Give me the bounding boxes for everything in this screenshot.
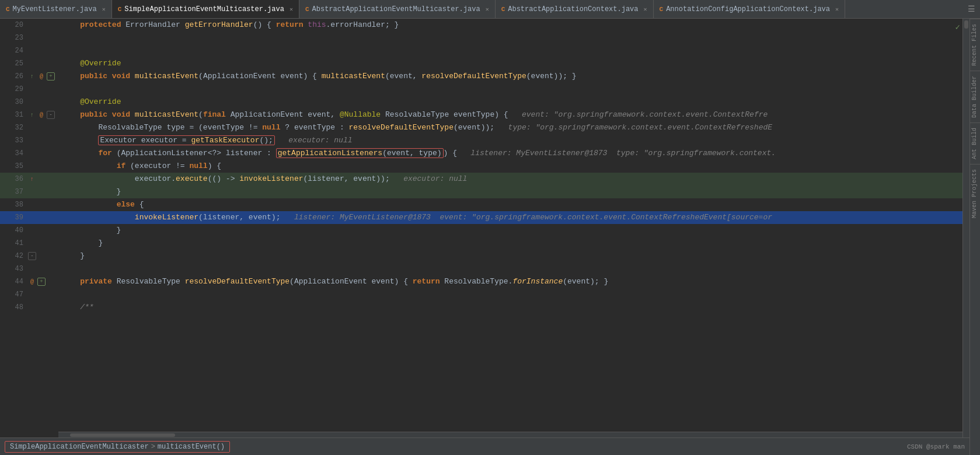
line-icons-36: ↑ xyxy=(28,175,58,183)
code-line-36: 36 ↑ executor.execute(() -> invokeListen… xyxy=(0,173,969,186)
code-line-38: 38 else { xyxy=(0,198,969,211)
line-num-41: 41 xyxy=(0,239,28,247)
line-icons-44: @ + xyxy=(28,278,58,286)
collapse-42[interactable]: - xyxy=(28,252,36,260)
breadcrumb-sep: > xyxy=(151,443,155,451)
tab-close-3[interactable]: ✕ xyxy=(486,6,489,13)
code-text-23 xyxy=(58,32,969,44)
line-num-36: 36 xyxy=(0,175,28,183)
breadcrumb: SimpleApplicationEventMulticaster > mult… xyxy=(5,441,230,453)
right-side-labels: Recent Files Data Builder Ant Build Mave… xyxy=(969,19,980,455)
code-text-38: else { xyxy=(58,198,969,211)
collapse-31[interactable]: - xyxy=(47,111,55,119)
tab-close-4[interactable]: ✕ xyxy=(644,6,647,13)
status-right: CSDN @spark man xyxy=(907,443,965,450)
tab-abstractapplicationevent[interactable]: C AbstractApplicationEventMulticaster.ja… xyxy=(299,0,496,18)
right-label-recent[interactable]: Recent Files xyxy=(970,19,980,71)
code-text-26: public void multicastEvent(ApplicationEv… xyxy=(58,70,969,83)
code-text-43 xyxy=(58,262,969,275)
code-text-47 xyxy=(58,288,969,301)
code-text-39: invokeListener(listener, event); listene… xyxy=(58,211,969,224)
line-num-34: 34 xyxy=(0,149,28,158)
code-text-48: /** xyxy=(58,301,969,314)
debug-arrow-36[interactable]: ↑ xyxy=(28,175,36,183)
line-num-47: 47 xyxy=(0,290,28,299)
tab-icon-2: C xyxy=(118,6,122,13)
line-num-20: 20 xyxy=(0,21,28,29)
horizontal-scrollbar[interactable] xyxy=(58,432,962,438)
line-num-39: 39 xyxy=(0,214,28,222)
code-line-30: 30 @Override xyxy=(0,96,969,108)
line-num-37: 37 xyxy=(0,188,28,196)
tab-annotationconfigapplicationcontext[interactable]: C AnnotationConfigApplicationContext.jav… xyxy=(654,0,846,18)
code-text-44: private ResolvableType resolveDefaultEve… xyxy=(58,275,969,288)
line-num-44: 44 xyxy=(0,278,28,286)
scroll-thumb-v xyxy=(964,20,968,29)
line-num-23: 23 xyxy=(0,34,28,42)
line-num-38: 38 xyxy=(0,201,28,209)
tab-icon-4: C xyxy=(501,6,505,13)
line-num-29: 29 xyxy=(0,85,28,93)
code-line-31: 31 ↑ @ - public void multicastEvent(fina… xyxy=(0,108,969,121)
code-line-47: 47 xyxy=(0,288,969,301)
tab-close-5[interactable]: ✕ xyxy=(835,6,839,13)
code-line-44: 44 @ + private ResolvableType resolveDef… xyxy=(0,275,969,288)
code-line-29: 29 xyxy=(0,83,969,96)
line-num-35: 35 xyxy=(0,162,28,170)
code-text-35: if (executor != null) { xyxy=(58,160,969,173)
expand-44[interactable]: + xyxy=(37,278,46,286)
line-num-25: 25 xyxy=(0,60,28,68)
breadcrumb-method: multicastEvent() xyxy=(158,443,225,451)
code-text-33: Executor executor = getTaskExecutor(); e… xyxy=(58,134,969,147)
line-num-26: 26 xyxy=(0,72,28,80)
vertical-scrollbar[interactable] xyxy=(962,19,969,438)
tab-abstractapplicationcontext[interactable]: C AbstractApplicationContext.java ✕ xyxy=(496,0,654,18)
tab-myeventlistener[interactable]: C MyEventListener.java ✕ xyxy=(0,0,112,18)
code-text-25: @Override xyxy=(58,57,969,70)
right-label-data-builder[interactable]: Data Builder xyxy=(970,71,980,123)
right-label-maven[interactable]: Maven Projects xyxy=(970,164,980,223)
tab-overflow-button[interactable]: ☰ xyxy=(963,4,980,14)
code-text-24 xyxy=(58,44,969,57)
expand-26[interactable]: + xyxy=(47,72,55,80)
debug-arrow-26[interactable]: ↑ xyxy=(28,72,36,80)
tab-close-2[interactable]: ✕ xyxy=(290,6,293,13)
right-label-ant-build[interactable]: Ant Build xyxy=(970,123,980,164)
code-text-41: } xyxy=(58,237,969,250)
code-text-42: } xyxy=(58,250,969,262)
code-text-34: for (ApplicationListener<?> listener : g… xyxy=(58,147,969,160)
line-num-31: 31 xyxy=(0,111,28,119)
line-num-43: 43 xyxy=(0,265,28,273)
line-num-40: 40 xyxy=(0,226,28,235)
line-icons-42: - xyxy=(28,252,58,260)
code-line-39: 39 invokeListener(listener, event); list… xyxy=(0,211,969,224)
at-icon-26[interactable]: @ xyxy=(37,72,46,80)
code-line-20: 20 protected ErrorHandler getErrorHandle… xyxy=(0,19,969,32)
code-line-35: 35 if (executor != null) { xyxy=(0,160,969,173)
tab-close-1[interactable]: ✕ xyxy=(102,6,106,13)
line-num-33: 33 xyxy=(0,136,28,145)
code-text-36: executor.execute(() -> invokeListener(li… xyxy=(58,173,969,186)
tab-label-1: MyEventListener.java xyxy=(13,5,97,13)
line-num-48: 48 xyxy=(0,303,28,312)
code-line-41: 41 } xyxy=(0,237,969,250)
tab-bar: C MyEventListener.java ✕ C SimpleApplica… xyxy=(0,0,980,19)
code-line-34: 34 for (ApplicationListener<?> listener … xyxy=(0,147,969,160)
debug-arrow-31[interactable]: ↑ xyxy=(28,111,36,119)
code-area[interactable]: 20 protected ErrorHandler getErrorHandle… xyxy=(0,19,969,455)
code-line-48: 48 /** xyxy=(0,301,969,314)
code-line-32: 32 ResolvableType type = (eventType != n… xyxy=(0,121,969,134)
scroll-thumb-h xyxy=(70,433,175,437)
tab-label-5: AnnotationConfigApplicationContext.java xyxy=(666,5,830,13)
line-num-42: 42 xyxy=(0,252,28,260)
at-icon-31[interactable]: @ xyxy=(37,111,46,119)
code-line-23: 23 xyxy=(0,32,969,44)
status-bar: SimpleApplicationEventMulticaster > mult… xyxy=(0,438,969,455)
line-icons-26: ↑ @ + xyxy=(28,72,58,80)
tab-label-3: AbstractApplicationEventMulticaster.java xyxy=(312,5,480,13)
line-icons-31: ↑ @ - xyxy=(28,111,58,119)
at-icon-44[interactable]: @ xyxy=(28,278,36,286)
tab-simpleapplication[interactable]: C SimpleApplicationEventMulticaster.java… xyxy=(112,0,299,18)
line-num-32: 32 xyxy=(0,124,28,132)
code-line-26: 26 ↑ @ + public void multicastEvent(Appl… xyxy=(0,70,969,83)
